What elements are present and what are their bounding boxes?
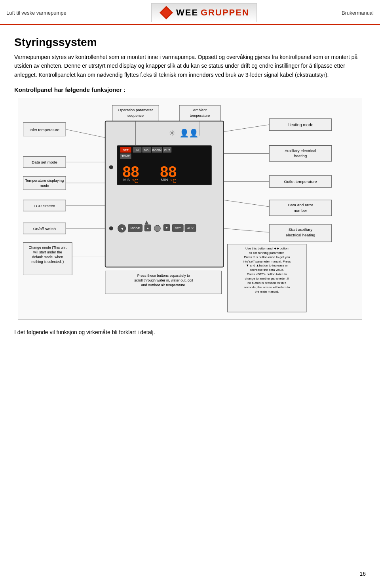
svg-text:Press this button once to get : Press this button once to get you — [244, 255, 290, 259]
svg-text:the main manual.: the main manual. — [255, 290, 279, 293]
svg-text:TEMP: TEMP — [122, 155, 130, 158]
intro-paragraph: Varmepumpen styres av kontrollenhet som … — [14, 53, 366, 79]
page-title: Styringssystem — [14, 36, 366, 49]
svg-text:to set running parameter.: to set running parameter. — [249, 251, 285, 255]
svg-text:SET: SET — [175, 226, 181, 230]
svg-text:MODE: MODE — [131, 226, 140, 230]
svg-text:☀: ☀ — [169, 129, 176, 137]
bottom-paragraph: I det følgende vil funksjon og virkemåte… — [14, 329, 366, 335]
svg-text:IN: IN — [136, 148, 139, 152]
svg-text:no button is pressed for in 5: no button is pressed for in 5 — [247, 281, 287, 285]
page-number: 16 — [359, 571, 366, 577]
svg-text:decrease the data value.: decrease the data value. — [250, 268, 284, 272]
svg-text:OUT: OUT — [164, 148, 170, 152]
svg-text:nothing is selected. ): nothing is selected. ) — [31, 260, 64, 264]
header-left-title: Luft til veske varmepumpe — [6, 10, 66, 16]
svg-text:Temperature displaying: Temperature displaying — [25, 178, 64, 183]
svg-line-86 — [224, 125, 270, 132]
svg-line-77 — [66, 129, 105, 138]
svg-point-44 — [109, 166, 113, 169]
svg-line-89 — [224, 200, 270, 207]
logo-diamond-icon — [159, 5, 174, 20]
page-header: Luft til veske varmepumpe WEE GRUPPEN Br… — [0, 0, 380, 25]
svg-text:change to another parameter .I: change to another parameter .If — [245, 277, 289, 281]
header-right-title: Brukermanual — [342, 10, 374, 16]
svg-text:Data set mode: Data set mode — [32, 160, 57, 165]
svg-text:Start auxiliary: Start auxiliary — [289, 227, 312, 232]
svg-text:Use this button and ◄►button: Use this button and ◄►button — [245, 247, 289, 250]
svg-text:mode: mode — [40, 183, 49, 188]
svg-text:heating: heating — [294, 154, 307, 158]
svg-marker-1 — [161, 8, 171, 18]
svg-text:default mode. when: default mode. when — [32, 255, 63, 259]
svg-text:electrical heating: electrical heating — [286, 233, 315, 237]
svg-text:SET: SET — [123, 148, 129, 152]
svg-text:▼: ▼ — [165, 226, 168, 230]
logo-gruppen: GRUPPEN — [201, 8, 249, 18]
logo-wee: WEE — [176, 8, 198, 18]
svg-text:◄: ◄ — [120, 227, 124, 230]
svg-text:👤: 👤 — [189, 128, 199, 138]
svg-text:▲: ▲ — [146, 226, 149, 230]
main-content: Styringssystem Varmepumpen styres av kon… — [0, 25, 380, 346]
svg-text:▲: ▲ — [144, 221, 148, 225]
svg-text:MIN: MIN — [123, 177, 130, 182]
svg-text:°C: °C — [132, 178, 139, 184]
svg-text:Inlet temperature: Inlet temperature — [30, 127, 60, 132]
section-subtitle: Kontrollpanel har følgende funksjoner : — [14, 86, 366, 93]
svg-text:will start under the: will start under the — [33, 250, 62, 254]
svg-text:Change mode (This unit: Change mode (This unit — [29, 245, 67, 249]
svg-text:▼ and ▲button to increase or: ▼ and ▲button to increase or — [246, 264, 288, 268]
svg-text:Press <SET> button twice to: Press <SET> button twice to — [247, 273, 287, 276]
svg-point-45 — [109, 226, 113, 230]
svg-text:Operation parameter: Operation parameter — [118, 108, 153, 112]
svg-rect-24 — [105, 121, 224, 267]
svg-text:👤: 👤 — [179, 128, 189, 138]
svg-text:ROOM: ROOM — [152, 148, 162, 152]
svg-line-90 — [224, 228, 270, 232]
svg-text:Auxiliary electrical: Auxiliary electrical — [285, 148, 316, 153]
svg-point-54 — [154, 225, 160, 232]
svg-text:Press these buttons separately: Press these buttons separately to — [137, 274, 190, 278]
svg-text:Heating mode: Heating mode — [287, 123, 313, 127]
svg-text:Ambient: Ambient — [193, 108, 207, 112]
svg-text:°C: °C — [170, 178, 177, 184]
svg-text:number: number — [294, 208, 307, 213]
svg-text:into"set" parameter manual. Pr: into"set" parameter manual. Press — [243, 260, 291, 263]
svg-text:LCD Srceen: LCD Srceen — [34, 204, 55, 208]
svg-text:MIN: MIN — [161, 177, 168, 182]
svg-text:seconds, the screen will retur: seconds, the screen will return to — [244, 285, 290, 289]
svg-text:and outdoor air temperature.: and outdoor air temperature. — [141, 283, 186, 287]
svg-text:AUX: AUX — [187, 226, 194, 230]
svg-text:scroll through water in, water: scroll through water in, water out, coil — [134, 279, 193, 283]
svg-text:On/off switch: On/off switch — [33, 226, 56, 231]
svg-text:sequence: sequence — [127, 113, 144, 118]
header-logo: WEE GRUPPEN — [151, 3, 257, 22]
svg-text:Data and error: Data and error — [288, 203, 314, 207]
svg-text:Outlet temperature: Outlet temperature — [284, 179, 317, 184]
control-panel-diagram: Inlet temperature Data set mode Temperat… — [18, 98, 362, 320]
svg-text:temperature: temperature — [190, 113, 210, 118]
svg-text:NO.: NO. — [144, 148, 149, 152]
